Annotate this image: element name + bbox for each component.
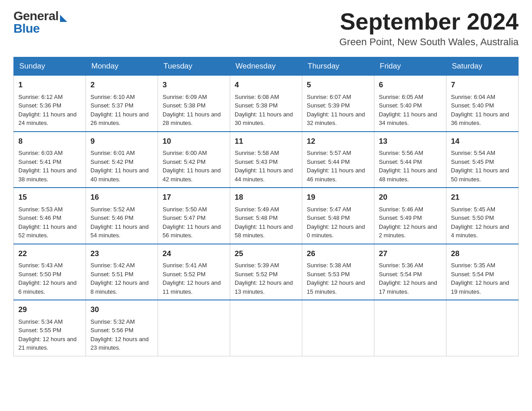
table-row [374, 300, 446, 356]
sunrise-label: Sunrise: 5:39 AM [235, 262, 279, 269]
sunrise-label: Sunrise: 6:09 AM [163, 94, 207, 100]
col-thursday: Thursday [302, 57, 374, 76]
month-title: September 2024 [339, 9, 519, 34]
sunrise-label: Sunrise: 6:04 AM [451, 94, 495, 100]
table-row: 2 Sunrise: 6:10 AM Sunset: 5:37 PM Dayli… [86, 76, 158, 132]
daylight-label: Daylight: 11 hours and 56 minutes. [163, 223, 221, 239]
daylight-label: Daylight: 11 hours and 26 minutes. [90, 111, 149, 127]
daylight-label: Daylight: 11 hours and 32 minutes. [307, 111, 365, 127]
day-number: 28 [451, 248, 514, 260]
daylight-label: Daylight: 12 hours and 19 minutes. [451, 279, 509, 295]
sunset-label: Sunset: 5:36 PM [18, 102, 61, 109]
day-number: 4 [235, 79, 297, 91]
daylight-label: Daylight: 12 hours and 0 minutes. [307, 223, 365, 239]
day-number: 21 [451, 192, 514, 203]
sunset-label: Sunset: 5:52 PM [235, 271, 278, 278]
sunset-label: Sunset: 5:45 PM [451, 158, 494, 165]
sunset-label: Sunset: 5:46 PM [90, 214, 133, 221]
logo-arrow-icon [60, 15, 67, 22]
sunset-label: Sunset: 5:47 PM [163, 214, 206, 221]
daylight-label: Daylight: 11 hours and 36 minutes. [451, 111, 509, 127]
sunset-label: Sunset: 5:53 PM [307, 271, 350, 278]
table-row: 24 Sunrise: 5:41 AM Sunset: 5:52 PM Dayl… [158, 244, 230, 300]
day-number: 22 [18, 248, 81, 260]
day-number: 15 [18, 192, 81, 203]
sunrise-label: Sunrise: 5:45 AM [451, 206, 495, 213]
col-sunday: Sunday [14, 57, 86, 76]
table-row: 10 Sunrise: 6:00 AM Sunset: 5:42 PM Dayl… [158, 132, 230, 188]
sunset-label: Sunset: 5:41 PM [18, 158, 61, 165]
sunrise-label: Sunrise: 6:07 AM [307, 94, 351, 100]
day-number: 10 [163, 136, 225, 147]
day-number: 26 [307, 248, 369, 260]
logo: General Blue [13, 9, 67, 36]
daylight-label: Daylight: 11 hours and 42 minutes. [163, 167, 221, 183]
sunset-label: Sunset: 5:44 PM [379, 158, 422, 165]
daylight-label: Daylight: 12 hours and 15 minutes. [307, 279, 365, 295]
table-row: 14 Sunrise: 5:54 AM Sunset: 5:45 PM Dayl… [446, 132, 519, 188]
daylight-label: Daylight: 11 hours and 24 minutes. [18, 111, 77, 127]
day-number: 7 [451, 79, 514, 91]
day-number: 30 [90, 304, 153, 316]
day-number: 3 [163, 79, 225, 91]
sunrise-label: Sunrise: 5:38 AM [307, 262, 351, 269]
sunset-label: Sunset: 5:50 PM [18, 271, 61, 278]
table-row: 3 Sunrise: 6:09 AM Sunset: 5:38 PM Dayli… [158, 76, 230, 132]
table-row: 8 Sunrise: 6:03 AM Sunset: 5:41 PM Dayli… [14, 132, 86, 188]
day-number: 25 [235, 248, 297, 260]
calendar-week-4: 22 Sunrise: 5:43 AM Sunset: 5:50 PM Dayl… [14, 244, 519, 300]
day-number: 18 [235, 192, 297, 203]
sunset-label: Sunset: 5:37 PM [90, 102, 133, 109]
sunrise-label: Sunrise: 6:01 AM [90, 150, 135, 156]
table-row: 15 Sunrise: 5:53 AM Sunset: 5:46 PM Dayl… [14, 188, 86, 244]
daylight-label: Daylight: 11 hours and 44 minutes. [235, 167, 293, 183]
sunset-label: Sunset: 5:51 PM [90, 271, 133, 278]
daylight-label: Daylight: 11 hours and 52 minutes. [18, 223, 77, 239]
page-header: General Blue September 2024 Green Point,… [13, 9, 519, 48]
sunrise-label: Sunrise: 6:10 AM [90, 94, 135, 100]
daylight-label: Daylight: 11 hours and 58 minutes. [235, 223, 293, 239]
col-friday: Friday [374, 57, 446, 76]
sunrise-label: Sunrise: 5:35 AM [451, 262, 495, 269]
col-tuesday: Tuesday [158, 57, 230, 76]
sunrise-label: Sunrise: 5:42 AM [90, 262, 135, 269]
table-row: 23 Sunrise: 5:42 AM Sunset: 5:51 PM Dayl… [86, 244, 158, 300]
sunset-label: Sunset: 5:38 PM [163, 102, 206, 109]
sunset-label: Sunset: 5:55 PM [18, 327, 61, 334]
daylight-label: Daylight: 11 hours and 28 minutes. [163, 111, 221, 127]
daylight-label: Daylight: 11 hours and 38 minutes. [18, 167, 77, 183]
table-row: 29 Sunrise: 5:34 AM Sunset: 5:55 PM Dayl… [14, 300, 86, 356]
day-number: 2 [90, 79, 153, 91]
table-row: 1 Sunrise: 6:12 AM Sunset: 5:36 PM Dayli… [14, 76, 86, 132]
sunrise-label: Sunrise: 5:32 AM [90, 318, 135, 325]
sunset-label: Sunset: 5:50 PM [451, 214, 494, 221]
sunset-label: Sunset: 5:43 PM [235, 158, 278, 165]
daylight-label: Daylight: 12 hours and 17 minutes. [379, 279, 437, 295]
day-number: 5 [307, 79, 369, 91]
day-number: 29 [18, 304, 81, 316]
sunset-label: Sunset: 5:48 PM [307, 214, 350, 221]
sunrise-label: Sunrise: 5:57 AM [307, 150, 351, 156]
table-row: 20 Sunrise: 5:46 AM Sunset: 5:49 PM Dayl… [374, 188, 446, 244]
daylight-label: Daylight: 12 hours and 6 minutes. [18, 279, 77, 295]
table-row: 7 Sunrise: 6:04 AM Sunset: 5:40 PM Dayli… [446, 76, 519, 132]
daylight-label: Daylight: 12 hours and 21 minutes. [18, 336, 77, 351]
day-number: 9 [90, 136, 153, 147]
table-row: 25 Sunrise: 5:39 AM Sunset: 5:52 PM Dayl… [230, 244, 302, 300]
calendar-week-3: 15 Sunrise: 5:53 AM Sunset: 5:46 PM Dayl… [14, 188, 519, 244]
day-number: 17 [163, 192, 225, 203]
sunrise-label: Sunrise: 6:12 AM [18, 94, 63, 100]
day-number: 13 [379, 136, 442, 147]
day-number: 11 [235, 136, 297, 147]
sunset-label: Sunset: 5:42 PM [163, 158, 206, 165]
sunrise-label: Sunrise: 6:08 AM [235, 94, 279, 100]
sunset-label: Sunset: 5:54 PM [451, 271, 494, 278]
table-row: 11 Sunrise: 5:58 AM Sunset: 5:43 PM Dayl… [230, 132, 302, 188]
table-row: 4 Sunrise: 6:08 AM Sunset: 5:38 PM Dayli… [230, 76, 302, 132]
table-row: 19 Sunrise: 5:47 AM Sunset: 5:48 PM Dayl… [302, 188, 374, 244]
daylight-label: Daylight: 12 hours and 4 minutes. [451, 223, 509, 239]
daylight-label: Daylight: 11 hours and 34 minutes. [379, 111, 437, 127]
sunrise-label: Sunrise: 5:49 AM [235, 206, 279, 213]
sunset-label: Sunset: 5:48 PM [235, 214, 278, 221]
daylight-label: Daylight: 12 hours and 11 minutes. [163, 279, 221, 295]
